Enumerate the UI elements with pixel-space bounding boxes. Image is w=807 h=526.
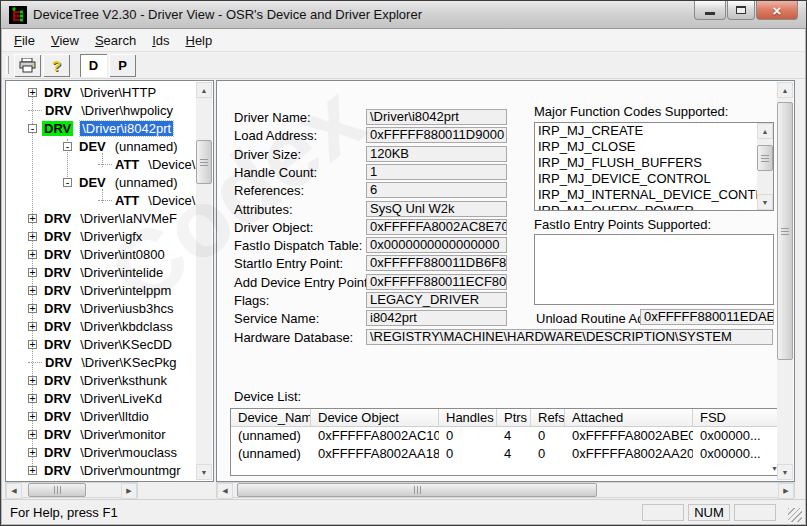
tree-item[interactable]: ATT\Device\ xyxy=(6,155,196,173)
tree-item[interactable]: DRV\Driver\KSecPkg xyxy=(6,353,196,371)
list-item[interactable]: IRP_MJ_QUERY_POWER xyxy=(535,203,773,211)
tree-item[interactable]: -DEV(unnamed) xyxy=(6,173,196,191)
field-value[interactable]: 6 xyxy=(366,182,507,198)
tree-item[interactable]: +DRV\Driver\mountmgr xyxy=(6,461,196,479)
column-header[interactable]: Device Object xyxy=(311,409,439,426)
tree-expander-icon[interactable]: - xyxy=(63,178,72,187)
toolbar-gripper[interactable] xyxy=(6,56,9,74)
print-button[interactable] xyxy=(14,54,41,77)
close-button[interactable]: × xyxy=(756,1,798,20)
menu-help[interactable]: Help xyxy=(177,31,220,50)
scroll-left-icon[interactable]: ◀ xyxy=(6,483,22,499)
scroll-down-icon[interactable]: ▼ xyxy=(777,464,793,480)
column-header[interactable]: FSD xyxy=(693,409,780,426)
scroll-down-icon[interactable]: ▼ xyxy=(757,194,773,210)
major-function-listbox[interactable]: IRP_MJ_CREATEIRP_MJ_CLOSEIRP_MJ_FLUSH_BU… xyxy=(534,122,774,211)
tree-horizontal-scrollbar[interactable]: ◀ ▶ xyxy=(5,482,138,498)
menu-view[interactable]: View xyxy=(43,31,87,50)
column-header[interactable]: Attached xyxy=(565,409,693,426)
tree-item[interactable]: +DRV\Driver\int0800 xyxy=(6,245,196,263)
field-value[interactable]: SysQ Unl W2k xyxy=(366,201,507,217)
tree-item[interactable]: +DRV\Driver\mouclass xyxy=(6,443,196,461)
tree-expander-icon[interactable]: + xyxy=(28,322,37,331)
tree-item[interactable]: +DRV\Driver\LiveKd xyxy=(6,389,196,407)
field-value[interactable]: 0xFFFFF880011ECF80 xyxy=(366,274,507,290)
table-row[interactable]: (unnamed)0xFFFFFA8002AA18000400xFFFFFA80… xyxy=(231,445,780,463)
column-header[interactable]: Refs xyxy=(531,409,565,426)
tree-expander-icon[interactable]: - xyxy=(63,142,72,151)
device-list-header[interactable]: Device_NameDevice ObjectHandlesPtrsRefsA… xyxy=(231,409,780,427)
panel-vertical-scrollbar[interactable]: ▲ ▼ xyxy=(777,82,793,480)
unload-routine-value[interactable]: 0xFFFFF880011EDAE0 xyxy=(640,309,774,325)
tree-item[interactable]: -DRV\Driver\i8042prt xyxy=(6,119,196,137)
scroll-up-icon[interactable]: ▲ xyxy=(757,123,773,139)
menu-search[interactable]: Search xyxy=(87,31,144,50)
tree-expander-icon[interactable]: + xyxy=(28,448,37,457)
plugplay-view-button[interactable]: P xyxy=(109,54,136,77)
field-value[interactable]: \Driver\i8042prt xyxy=(366,109,507,125)
help-button[interactable]: ? xyxy=(43,54,70,77)
tree-expander-icon[interactable]: + xyxy=(28,466,37,475)
device-list-table[interactable]: Device_NameDevice ObjectHandlesPtrsRefsA… xyxy=(230,408,781,476)
tree-expander-icon[interactable]: + xyxy=(28,88,37,97)
field-value[interactable]: 0xFFFFF880011DB6F8 xyxy=(366,255,507,271)
list-item[interactable]: IRP_MJ_CREATE xyxy=(535,123,773,139)
scroll-up-icon[interactable]: ▲ xyxy=(777,82,793,98)
field-value[interactable]: 0xFFFFF880011D9000 xyxy=(366,127,507,143)
tree-expander-icon[interactable]: + xyxy=(28,430,37,439)
list-item[interactable]: IRP_MJ_CLOSE xyxy=(535,139,773,155)
menu-file[interactable]: File xyxy=(6,31,43,50)
tree-item[interactable]: +DRV\Driver\kbdclass xyxy=(6,317,196,335)
tree-expander-icon[interactable]: + xyxy=(28,286,37,295)
field-value[interactable]: 0x0000000000000000 xyxy=(366,237,507,253)
scroll-up-icon[interactable]: ▲ xyxy=(196,82,212,98)
scroll-right-icon[interactable]: ▶ xyxy=(121,483,137,499)
column-header[interactable]: Ptrs xyxy=(497,409,531,426)
tree-expander-icon[interactable]: + xyxy=(28,268,37,277)
panel-horizontal-scrollbar[interactable]: ◀ ▶ xyxy=(216,482,795,498)
tree-expander-icon[interactable]: + xyxy=(28,304,37,313)
tree-expander-icon[interactable]: + xyxy=(28,376,37,385)
tree-item[interactable]: DRV\Driver\hwpolicy xyxy=(6,101,196,119)
maximize-button[interactable] xyxy=(727,1,755,20)
column-header[interactable]: Device_Name xyxy=(231,409,311,426)
tree-expander-icon[interactable]: + xyxy=(28,232,37,241)
table-row[interactable]: (unnamed)0xFFFFFA8002AC10400400xFFFFFA80… xyxy=(231,427,780,445)
menu-ids[interactable]: Ids xyxy=(144,31,177,50)
driver-view-button[interactable]: D xyxy=(80,54,107,77)
scroll-left-icon[interactable]: ◀ xyxy=(217,483,233,499)
tree-item[interactable]: +DRV\Driver\ksthunk xyxy=(6,371,196,389)
tree-expander-icon[interactable]: + xyxy=(28,214,37,223)
list-item[interactable]: IRP_MJ_FLUSH_BUFFERS xyxy=(535,155,773,171)
scroll-right-icon[interactable]: ▶ xyxy=(778,483,794,499)
list-item[interactable]: IRP_MJ_DEVICE_CONTROL xyxy=(535,171,773,187)
list-item[interactable]: IRP_MJ_INTERNAL_DEVICE_CONTROL xyxy=(535,187,773,203)
resize-grip[interactable] xyxy=(788,508,802,522)
column-header[interactable]: Handles xyxy=(439,409,497,426)
tree-vertical-scrollbar[interactable]: ▲ ▼ xyxy=(196,82,212,480)
tree-expander-icon[interactable]: + xyxy=(28,250,37,259)
tree-item[interactable]: +DRV\Driver\KSecDD xyxy=(6,335,196,353)
major-function-scrollbar[interactable]: ▲ ▼ xyxy=(757,123,773,210)
minimize-button[interactable] xyxy=(694,1,726,20)
tree-item[interactable]: +DRV\Driver\monitor xyxy=(6,425,196,443)
field-value[interactable]: 1 xyxy=(366,164,507,180)
field-value[interactable]: i8042prt xyxy=(366,310,507,326)
field-value[interactable]: \REGISTRY\MACHINE\HARDWARE\DESCRIPTION\S… xyxy=(366,329,773,345)
tree-item[interactable]: +DRV\Driver\HTTP xyxy=(6,83,196,101)
tree-item[interactable]: -DEV(unnamed) xyxy=(6,137,196,155)
tree-item[interactable]: +DRV\Driver\intelppm xyxy=(6,281,196,299)
field-value[interactable]: LEGACY_DRIVER xyxy=(366,292,507,308)
tree-expander-icon[interactable]: + xyxy=(28,394,37,403)
tree-expander-icon[interactable]: - xyxy=(28,124,37,133)
tree-item[interactable]: +DRV\Driver\igfx xyxy=(6,227,196,245)
tree-item[interactable]: ATT\Device\ xyxy=(6,191,196,209)
tree-item[interactable]: +DRV\Driver\intelide xyxy=(6,263,196,281)
tree-item[interactable]: +DRV\Driver\lltdio xyxy=(6,407,196,425)
field-value[interactable]: 0xFFFFFA8002AC8E70 xyxy=(366,219,507,235)
tree-item[interactable]: +DRV\Driver\iusb3hcs xyxy=(6,299,196,317)
scroll-down-icon[interactable]: ▼ xyxy=(196,464,212,480)
fastio-listbox[interactable] xyxy=(534,234,774,305)
field-value[interactable]: 120KB xyxy=(366,146,507,162)
tree-expander-icon[interactable]: + xyxy=(28,412,37,421)
